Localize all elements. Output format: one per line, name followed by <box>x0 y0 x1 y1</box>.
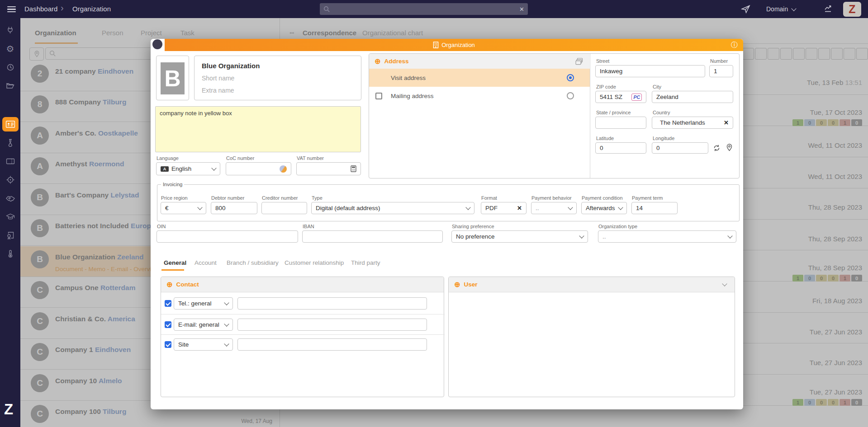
contact-type-value: Site <box>178 341 189 348</box>
language-value: English <box>171 165 191 172</box>
global-search-input[interactable]: ✕ <box>320 3 528 15</box>
contact-type-select[interactable]: Site <box>174 338 233 351</box>
contact-value-input[interactable] <box>237 319 427 331</box>
gear-icon[interactable]: ⚙ <box>6 43 14 54</box>
add-contact-icon[interactable]: ⊕ <box>166 280 172 289</box>
info-icon[interactable]: ⓘ <box>731 41 738 49</box>
modal-corner-dot[interactable] <box>152 39 162 49</box>
postcode-lookup-icon[interactable]: PC <box>631 94 642 101</box>
refresh-coordinates-icon[interactable] <box>713 144 721 152</box>
organization-type-select[interactable]: .. <box>598 230 736 243</box>
latitude-input[interactable]: 0 <box>595 142 646 154</box>
format-input[interactable]: PDF✕ <box>481 202 526 214</box>
tab-third-party[interactable]: Third party <box>351 259 380 266</box>
country-label: Country <box>653 110 670 115</box>
plug-icon[interactable] <box>6 26 14 34</box>
add-address-icon[interactable]: ⊕ <box>375 57 380 66</box>
org-name-field[interactable]: Blue Organization <box>202 62 260 70</box>
clear-format-icon[interactable]: ✕ <box>517 205 522 211</box>
ticket-icon[interactable] <box>6 158 14 164</box>
oin-input[interactable] <box>157 230 298 243</box>
payment-term-input[interactable]: 14 <box>631 202 678 214</box>
certificate-icon[interactable] <box>6 231 14 239</box>
copy-address-icon[interactable] <box>575 58 583 65</box>
vat-input[interactable] <box>296 162 361 175</box>
city-input[interactable]: Zeeland <box>652 91 733 103</box>
country-input[interactable]: The Netherlands✕ <box>652 117 733 129</box>
debtor-input[interactable]: 800 <box>211 202 257 214</box>
flask-icon[interactable] <box>6 139 14 147</box>
collapse-user-icon[interactable] <box>722 281 727 286</box>
breadcrumb-dashboard[interactable]: Dashboard <box>24 5 57 13</box>
sharing-preference-value: No preference <box>456 233 495 240</box>
tab-general[interactable]: General <box>164 259 186 266</box>
clear-country-icon[interactable]: ✕ <box>724 119 729 126</box>
type-label: Type <box>312 195 323 201</box>
graduation-cap-icon[interactable] <box>6 213 14 221</box>
tab-customer-relationship[interactable]: Customer relationship <box>285 259 344 266</box>
building-icon <box>433 42 439 48</box>
thermometer-icon[interactable] <box>7 250 14 258</box>
longitude-input[interactable]: 0 <box>652 142 708 154</box>
contact-checkbox[interactable] <box>165 321 171 328</box>
iban-input[interactable] <box>302 230 443 243</box>
chevron-down-icon <box>211 165 216 170</box>
chevron-down-icon <box>579 233 584 238</box>
contact-checkbox[interactable] <box>165 300 171 307</box>
add-user-icon[interactable]: ⊕ <box>454 280 460 289</box>
city-label: City <box>653 84 661 89</box>
tab-branch-subsidiary[interactable]: Branch / subsidiary <box>227 259 279 266</box>
folder-icon[interactable] <box>6 82 14 89</box>
handshake-icon[interactable] <box>6 195 15 202</box>
clear-search-icon[interactable]: ✕ <box>519 6 524 13</box>
modal-header[interactable]: Organization ⓘ <box>165 39 743 51</box>
user-header: ⊕ User <box>449 277 735 292</box>
creditor-input[interactable] <box>261 202 307 214</box>
note-textarea[interactable]: company note in yellow box <box>155 106 361 152</box>
menu-icon[interactable] <box>7 5 16 14</box>
contact-value-input[interactable] <box>237 338 427 351</box>
contact-title: Contact <box>176 281 199 288</box>
mailing-address-row[interactable]: Mailing address <box>369 87 590 105</box>
target-icon[interactable] <box>6 176 14 184</box>
sharing-preference-label: Sharing preference <box>452 224 494 229</box>
organization-type-label: Organization type <box>598 224 637 229</box>
send-icon[interactable] <box>741 5 751 14</box>
avatar-box[interactable]: B <box>156 56 189 100</box>
contact-type-select[interactable]: Tel.: general <box>174 297 233 310</box>
number-input[interactable]: 1 <box>709 65 733 77</box>
contact-value-input[interactable] <box>237 297 427 310</box>
payment-term-label: Payment term <box>632 195 663 201</box>
tab-account[interactable]: Account <box>194 259 217 266</box>
chevron-down-icon <box>224 300 229 305</box>
payment-condition-select[interactable]: Afterwards <box>581 202 627 214</box>
chart-icon[interactable] <box>824 5 833 14</box>
price-region-select[interactable]: € <box>161 202 206 214</box>
sharing-preference-select[interactable]: No preference <box>451 230 588 243</box>
street-input[interactable]: Inkaweg <box>595 65 705 77</box>
panel-divider <box>590 54 590 178</box>
short-name-field[interactable]: Short name <box>202 75 234 82</box>
extra-name-field[interactable]: Extra name <box>202 87 234 94</box>
map-pin-icon[interactable] <box>726 144 733 151</box>
mailing-address-radio[interactable] <box>567 92 574 99</box>
contact-type-select[interactable]: E-mail: general <box>174 319 233 331</box>
type-select[interactable]: Digital (default address) <box>311 202 474 214</box>
coc-input[interactable] <box>226 162 291 175</box>
domain-dropdown[interactable]: Domain <box>766 5 796 13</box>
chevron-down-icon <box>727 233 732 238</box>
clock-icon[interactable] <box>6 63 14 71</box>
language-select[interactable]: A English <box>156 162 220 175</box>
address-panel: ⊕ Address Visit address Mailing address … <box>369 53 740 178</box>
zip-input[interactable]: 5411 SZPC <box>595 91 646 103</box>
contact-checkbox[interactable] <box>165 341 171 348</box>
mailing-address-checkbox[interactable] <box>375 93 382 99</box>
calculator-icon[interactable] <box>351 165 356 172</box>
payment-behavior-select[interactable]: .. <box>531 202 577 214</box>
coc-lookup-icon[interactable] <box>280 165 287 173</box>
app-logo[interactable]: Z <box>843 2 861 17</box>
visit-address-row[interactable]: Visit address <box>369 69 590 87</box>
contact-card-icon[interactable] <box>5 121 15 128</box>
state-input[interactable] <box>595 117 646 129</box>
visit-address-radio[interactable] <box>567 74 574 81</box>
